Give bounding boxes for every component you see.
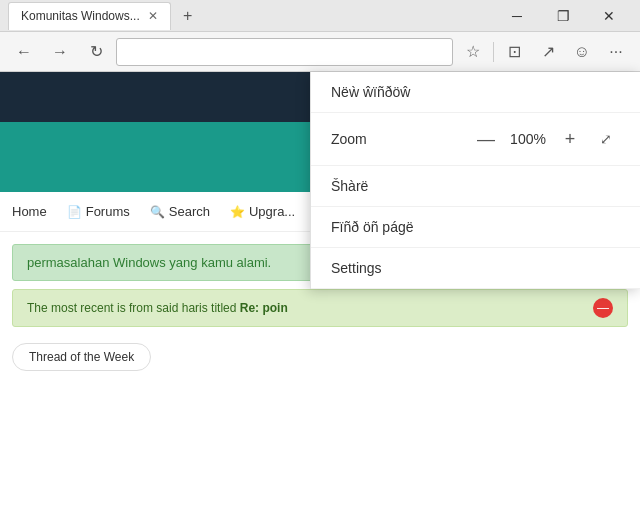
notification-close[interactable]: — bbox=[593, 298, 613, 318]
favorite-icon[interactable]: ☆ bbox=[457, 36, 489, 68]
nav-forums[interactable]: 📄 Forums bbox=[67, 204, 130, 219]
zoom-label: Zoom bbox=[331, 131, 472, 147]
tab-area: Komunitas Windows... ✕ + bbox=[8, 2, 494, 30]
new-tab-button[interactable]: + bbox=[175, 3, 201, 29]
emoji-icon[interactable]: ☺ bbox=[566, 36, 598, 68]
minimize-button[interactable]: ─ bbox=[494, 0, 540, 32]
title-bar: Komunitas Windows... ✕ + ─ ❐ ✕ bbox=[0, 0, 640, 32]
toolbar-divider bbox=[493, 42, 494, 62]
share-icon[interactable]: ↗ bbox=[532, 36, 564, 68]
notification-text: The most recent is from said haris title… bbox=[27, 301, 288, 315]
close-window-button[interactable]: ✕ bbox=[586, 0, 632, 32]
content-area: Home 📄 Forums 🔍 Search ⭐ Upgra... permas… bbox=[0, 72, 640, 508]
search-label: Search bbox=[169, 204, 210, 219]
address-input[interactable] bbox=[116, 38, 453, 66]
notification-bar: The most recent is from said haris title… bbox=[12, 289, 628, 327]
forward-button[interactable]: → bbox=[44, 36, 76, 68]
more-button[interactable]: ··· bbox=[600, 36, 632, 68]
tab-label: Komunitas Windows... bbox=[21, 9, 140, 23]
maximize-button[interactable]: ❐ bbox=[540, 0, 586, 32]
active-tab[interactable]: Komunitas Windows... ✕ bbox=[8, 2, 171, 30]
find-label: Fïñð öñ págë bbox=[331, 219, 414, 235]
new-window-label: Nëẁ ŵïñðöŵ bbox=[331, 84, 410, 100]
window-controls: ─ ❐ ✕ bbox=[494, 0, 632, 32]
menu-new-window[interactable]: Nëẁ ŵïñðöŵ bbox=[311, 72, 640, 113]
pin-icon[interactable]: ⊡ bbox=[498, 36, 530, 68]
zoom-value: 100% bbox=[508, 131, 548, 147]
zoom-minus-button[interactable]: — bbox=[472, 125, 500, 153]
forums-icon: 📄 bbox=[67, 205, 82, 219]
menu-zoom: Zoom — 100% + ⤢ bbox=[311, 113, 640, 166]
menu-share[interactable]: Šhàrë bbox=[311, 166, 640, 207]
back-button[interactable]: ← bbox=[8, 36, 40, 68]
nav-search[interactable]: 🔍 Search bbox=[150, 204, 210, 219]
address-bar: ← → ↻ ☆ ⊡ ↗ ☺ ··· bbox=[0, 32, 640, 72]
nav-home[interactable]: Home bbox=[12, 204, 47, 219]
share-label: Šhàrë bbox=[331, 178, 368, 194]
menu-find[interactable]: Fïñð öñ págë bbox=[311, 207, 640, 248]
zoom-plus-button[interactable]: + bbox=[556, 125, 584, 153]
menu-settings[interactable]: Settings bbox=[311, 248, 640, 289]
nav-upgrade[interactable]: ⭐ Upgra... bbox=[230, 204, 295, 219]
thread-badge[interactable]: Thread of the Week bbox=[12, 343, 151, 371]
refresh-button[interactable]: ↻ bbox=[80, 36, 112, 68]
thread-label: Thread of the Week bbox=[29, 350, 134, 364]
banner-text: permasalahan Windows yang kamu alami. bbox=[27, 255, 271, 270]
settings-label: Settings bbox=[331, 260, 382, 276]
search-icon: 🔍 bbox=[150, 205, 165, 219]
toolbar-icons: ☆ ⊡ ↗ ☺ ··· bbox=[457, 36, 632, 68]
tab-close-button[interactable]: ✕ bbox=[148, 9, 158, 23]
dropdown-menu: Nëẁ ŵïñðöŵ Zoom — 100% + ⤢ Šhàrë Fïñð öñ… bbox=[310, 72, 640, 289]
upgrade-icon: ⭐ bbox=[230, 205, 245, 219]
zoom-controls: — 100% + ⤢ bbox=[472, 125, 620, 153]
zoom-expand-button[interactable]: ⤢ bbox=[592, 125, 620, 153]
